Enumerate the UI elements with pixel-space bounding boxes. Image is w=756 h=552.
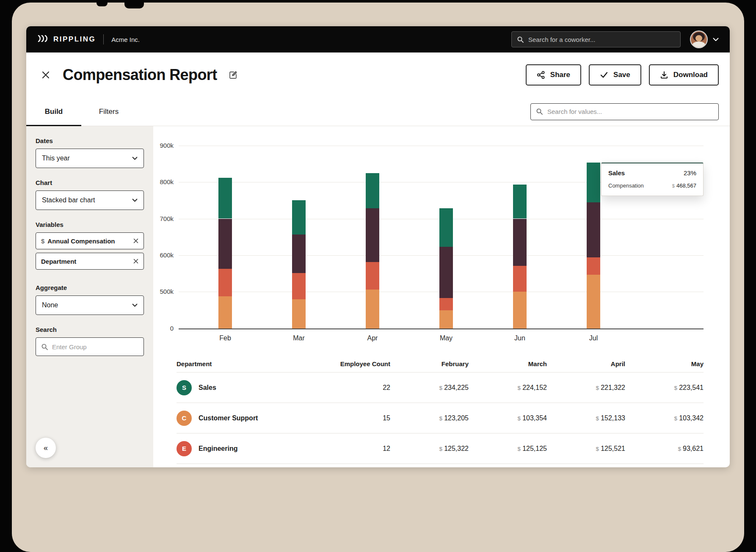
x-axis-tick-label: Jun: [490, 334, 549, 342]
remove-variable-icon[interactable]: [133, 259, 138, 264]
y-axis-tick-label: 600k: [153, 251, 174, 259]
header-may: May: [625, 360, 704, 367]
app-window: RIPPLING Acme Inc.: [26, 26, 730, 467]
bar-segment-segment-orange[interactable]: [218, 296, 232, 328]
account-chevron-down-icon[interactable]: [713, 38, 719, 41]
bar-segment-segment-coral[interactable]: [587, 257, 600, 275]
table-row-engineering[interactable]: EEngineering12$125,322$125,125$125,521$9…: [177, 433, 704, 464]
dates-select-value: This year: [42, 155, 132, 162]
department-name: Customer Support: [199, 414, 258, 422]
coworker-search[interactable]: [511, 31, 681, 47]
dates-label: Dates: [36, 137, 144, 144]
group-search[interactable]: [36, 337, 144, 356]
coworker-search-input[interactable]: [528, 36, 675, 43]
chevron-down-icon: [132, 304, 138, 307]
save-button-label: Save: [613, 71, 630, 79]
aggregate-label: Aggregate: [36, 284, 144, 291]
bar-segment-segment-coral[interactable]: [292, 273, 306, 299]
x-axis-tick-label: Feb: [196, 334, 255, 342]
y-axis-tick-label: 800k: [153, 178, 174, 185]
values-search-input[interactable]: [547, 108, 713, 115]
department-avatar: C: [177, 411, 192, 426]
report-actions: Share Save: [526, 64, 719, 86]
top-decor-shape: [97, 0, 108, 6]
brand-area: RIPPLING: [37, 35, 96, 44]
bar-segment-segment-orange[interactable]: [513, 292, 527, 328]
bar-segment-segment-plum[interactable]: [587, 202, 600, 257]
check-icon: [600, 71, 608, 79]
department-name: Engineering: [199, 445, 237, 453]
y-axis-tick-label: 900k: [153, 142, 174, 149]
edit-report-name-icon[interactable]: [226, 67, 241, 83]
compensation-value: $125,125: [469, 445, 547, 453]
x-axis-tick-label: Mar: [269, 334, 328, 342]
download-button[interactable]: Download: [649, 64, 719, 86]
compensation-value: $224,152: [469, 384, 547, 392]
variables-label: Variables: [36, 221, 144, 228]
bar-segment-Sales[interactable]: [587, 163, 600, 202]
compensation-value: $123,205: [390, 414, 469, 422]
aggregate-select-value: None: [42, 301, 132, 309]
bar-segment-Sales[interactable]: [513, 185, 527, 218]
variable-chip-department[interactable]: Department: [36, 253, 144, 270]
tab-filters[interactable]: Filters: [81, 97, 136, 126]
compensation-value: $152,133: [547, 414, 625, 422]
compensation-value: $125,521: [547, 445, 625, 453]
chart-type-select[interactable]: Stacked bar chart: [36, 190, 144, 210]
department-table: Department Employee Count February March…: [177, 356, 704, 464]
share-button-label: Share: [550, 71, 570, 79]
avatar-face: [695, 35, 702, 41]
header-employee-count: Employee Count: [306, 360, 390, 367]
chevron-down-icon: [132, 199, 138, 202]
table-body: SSales22$234,225$224,152$221,322$223,541…: [177, 373, 704, 464]
download-button-label: Download: [673, 71, 708, 79]
bar-segment-segment-coral[interactable]: [218, 269, 232, 296]
bar-segment-Sales[interactable]: [366, 173, 379, 209]
compensation-value: $125,322: [390, 445, 469, 453]
build-sidebar: Dates This year Chart Stacked bar chart: [26, 126, 153, 467]
chart-label: Chart: [36, 179, 144, 186]
chart-type-value: Stacked bar chart: [42, 196, 132, 204]
bar-segment-segment-coral[interactable]: [513, 266, 527, 292]
bar-segment-segment-plum[interactable]: [513, 219, 527, 266]
download-icon: [660, 71, 668, 79]
share-button[interactable]: Share: [526, 64, 581, 86]
bar-segment-segment-orange[interactable]: [366, 290, 379, 328]
bar-segment-segment-orange[interactable]: [439, 310, 453, 328]
variable-chip-annual-compensation[interactable]: $ Annual Compensation: [36, 232, 144, 249]
top-navigation-bar: RIPPLING Acme Inc.: [26, 26, 730, 52]
aggregate-select[interactable]: None: [36, 295, 144, 315]
bar-segment-segment-orange[interactable]: [292, 299, 306, 328]
bar-segment-Sales[interactable]: [218, 178, 232, 219]
bar-segment-Sales[interactable]: [292, 200, 306, 235]
tab-build[interactable]: Build: [26, 97, 81, 126]
user-avatar[interactable]: [691, 31, 707, 47]
bar-segment-segment-plum[interactable]: [218, 219, 232, 269]
bar-segment-segment-orange[interactable]: [587, 275, 600, 328]
bar-segment-segment-plum[interactable]: [366, 208, 379, 262]
x-axis-tick-label: Apr: [343, 334, 402, 342]
values-search[interactable]: [530, 103, 719, 120]
search-label: Search: [36, 326, 144, 333]
bar-segment-Sales[interactable]: [439, 208, 453, 247]
compensation-value: $223,541: [625, 384, 704, 392]
close-report-button[interactable]: [37, 66, 54, 83]
rippling-logo-icon: [37, 35, 48, 44]
bar-segment-segment-coral[interactable]: [439, 298, 453, 310]
tooltip-metric-label: Compensation: [608, 182, 644, 189]
save-button[interactable]: Save: [589, 64, 641, 86]
collapse-sidebar-button[interactable]: «: [36, 438, 56, 458]
bar-segment-segment-plum[interactable]: [292, 235, 306, 273]
table-row-sales[interactable]: SSales22$234,225$224,152$221,322$223,541: [177, 373, 704, 403]
bar-segment-segment-plum[interactable]: [439, 247, 453, 298]
dollar-icon: $: [41, 237, 44, 245]
table-row-customer-support[interactable]: CCustomer Support15$123,205$103,354$152,…: [177, 403, 704, 433]
tooltip-percent: 23%: [684, 169, 696, 177]
bar-segment-segment-coral[interactable]: [366, 262, 379, 290]
group-search-input[interactable]: [52, 343, 138, 351]
x-axis-tick-label: May: [417, 334, 476, 342]
remove-variable-icon[interactable]: [133, 238, 138, 243]
stacked-bar-chart: Sales 23% Compensation $468,567 900k800k…: [153, 146, 730, 345]
dates-select[interactable]: This year: [36, 149, 144, 168]
y-axis-tick-label: 500k: [153, 288, 174, 295]
